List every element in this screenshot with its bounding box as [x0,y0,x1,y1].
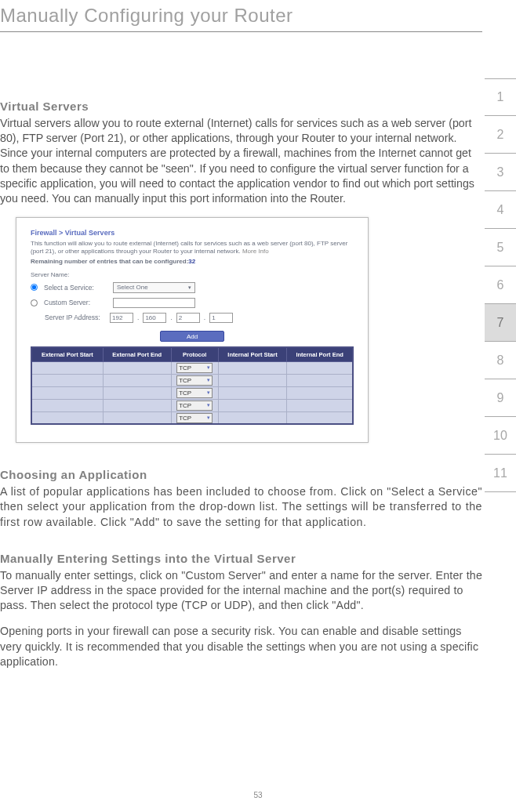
chevron-down-icon: ▾ [207,402,210,408]
description-text: This function will allow you to route ex… [31,240,347,255]
remaining-entries: Remaining number of entries that can be … [31,258,354,265]
add-button[interactable]: Add [160,331,224,342]
side-tab-3[interactable]: 3 [485,154,516,191]
table-cell[interactable] [103,386,171,399]
table-cell[interactable] [218,399,286,411]
ip-octet-3[interactable]: 2 [176,313,200,323]
table-cell[interactable] [287,374,353,386]
side-tab-1[interactable]: 1 [485,78,516,116]
side-tab-2[interactable]: 2 [485,116,516,154]
service-dropdown-value: Select One [117,284,148,291]
table-cell[interactable] [287,386,353,399]
table-cell[interactable]: TCP▾ [171,361,218,374]
th-protocol: Protocol [171,347,218,362]
more-info-link[interactable]: More Info [242,248,269,255]
table-cell[interactable] [31,411,103,424]
table-cell[interactable] [287,411,353,424]
protocol-value: TCP [179,390,191,397]
select-service-label: Select a Service: [44,284,107,292]
table-cell[interactable] [218,411,286,424]
heading-virtual-servers: Virtual Servers [0,100,482,113]
chevron-down-icon: ▾ [207,364,210,371]
ip-octet-4[interactable]: 1 [209,313,233,323]
service-dropdown[interactable]: Select One ▾ [113,282,195,293]
main-content: Virtual Servers Virtual servers allow yo… [0,32,482,669]
ip-separator: . [170,314,172,321]
body-choosing-app: A list of popular applications has been … [0,484,482,530]
ip-octet-1[interactable]: 192 [110,313,133,323]
ip-separator: . [204,314,205,321]
protocol-value: TCP [179,377,191,384]
custom-server-label: Custom Server: [44,299,107,306]
table-cell[interactable] [31,386,103,399]
table-cell[interactable] [31,361,103,374]
table-cell[interactable] [218,361,286,374]
chevron-down-icon: ▾ [188,285,191,291]
body-virtual-servers: Virtual servers allow you to route exter… [0,116,482,206]
ports-table: External Port Start External Port End Pr… [31,346,354,426]
table-cell[interactable]: TCP▾ [171,399,218,411]
table-cell[interactable] [287,361,353,374]
embedded-screenshot-wrap: Firewall > Virtual Servers This function… [16,217,482,443]
table-row: TCP▾ [31,361,353,374]
custom-server-input[interactable] [113,298,195,308]
heading-choosing-app: Choosing an Application [0,468,482,481]
protocol-dropdown[interactable]: TCP▾ [176,401,213,411]
table-cell[interactable] [31,374,103,386]
table-cell[interactable]: TCP▾ [171,411,218,424]
side-tab-6[interactable]: 6 [485,266,516,304]
table-cell[interactable] [218,374,286,386]
th-int-port-end: Internal Port End [287,347,353,362]
table-cell[interactable]: TCP▾ [171,374,218,386]
remaining-label: Remaining number of entries that can be … [31,258,188,265]
side-tab-7[interactable]: 7 [485,304,516,342]
table-cell[interactable]: TCP▾ [171,386,218,399]
table-cell[interactable] [103,361,171,374]
table-cell[interactable] [218,386,286,399]
screenshot-description: This function will allow you to route ex… [31,240,354,256]
protocol-dropdown[interactable]: TCP▾ [176,363,213,373]
page-title: Manually Configuring your Router [0,0,516,27]
side-tab-10[interactable]: 10 [485,417,516,455]
embedded-screenshot: Firewall > Virtual Servers This function… [16,217,369,443]
protocol-value: TCP [179,364,191,372]
protocol-dropdown[interactable]: TCP▾ [176,388,213,398]
chevron-down-icon: ▾ [207,377,210,383]
protocol-value: TCP [179,415,191,422]
server-ip-label: Server IP Address: [45,314,104,321]
ip-separator: . [137,314,139,321]
side-tabs: 1234567891011 [485,78,516,492]
body-manual-entry-2: Opening ports in your firewall can pose … [0,624,482,669]
th-ext-port-end: External Port End [103,347,171,362]
th-int-port-start: Internal Port Start [218,347,286,362]
table-cell[interactable] [103,411,171,424]
th-ext-port-start: External Port Start [31,347,103,362]
table-row: TCP▾ [31,399,353,411]
side-tab-9[interactable]: 9 [485,379,516,417]
table-cell[interactable] [31,399,103,411]
chevron-down-icon: ▾ [207,390,210,396]
custom-server-radio[interactable] [31,299,38,306]
table-cell[interactable] [103,399,171,411]
heading-manual-entry: Manually Entering Settings into the Virt… [0,552,482,565]
table-cell[interactable] [287,399,353,411]
side-tab-8[interactable]: 8 [485,342,516,379]
side-tab-11[interactable]: 11 [485,455,516,492]
table-row: TCP▾ [31,411,353,424]
protocol-dropdown[interactable]: TCP▾ [176,375,213,386]
select-service-row: Select a Service: Select One ▾ [31,282,354,293]
protocol-dropdown[interactable]: TCP▾ [176,413,213,423]
chevron-down-icon: ▾ [207,415,210,421]
side-tab-4[interactable]: 4 [485,191,516,229]
table-row: TCP▾ [31,374,353,386]
breadcrumb: Firewall > Virtual Servers [31,229,354,237]
select-service-radio[interactable] [31,284,38,291]
body-manual-entry-1: To manually enter settings, click on "Cu… [0,568,482,614]
ip-octet-2[interactable]: 160 [143,313,166,323]
protocol-value: TCP [179,402,191,409]
custom-server-row: Custom Server: [31,298,354,308]
remaining-value: 32 [188,258,195,265]
server-name-label: Server Name: [31,271,354,278]
side-tab-5[interactable]: 5 [485,229,516,266]
table-cell[interactable] [103,374,171,386]
